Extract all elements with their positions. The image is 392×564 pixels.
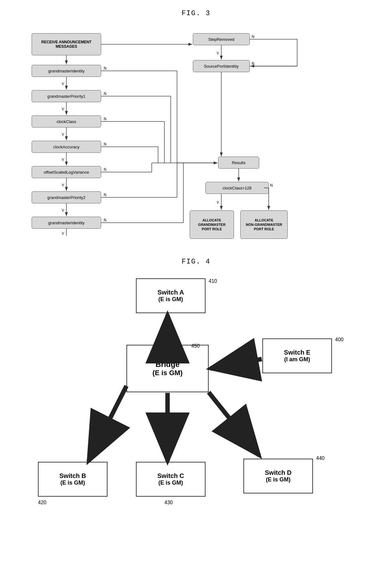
page: FIG. 3 RECEIVE ANNOUNCEMENTMESSAGES gran… xyxy=(0,0,392,563)
switch-e-label: Switch E xyxy=(284,349,310,356)
svg-text:N: N xyxy=(104,142,107,146)
switch-a-sub: (E is GM) xyxy=(158,296,183,303)
svg-text:Y: Y xyxy=(62,107,64,112)
svg-text:N: N xyxy=(104,91,107,96)
switch-e-sub: (I am GM) xyxy=(284,356,310,363)
allocate-grandmaster: ALLOCATEGRANDMASTERPORT ROLE xyxy=(190,210,234,239)
switch-d: Switch D (E is GM) xyxy=(243,459,313,493)
switch-d-label: Switch D xyxy=(265,469,291,476)
switch-c: Switch C (E is GM) xyxy=(136,462,205,497)
svg-text:Y: Y xyxy=(62,82,64,86)
switch-e: Switch E (I am GM) xyxy=(262,338,332,373)
clock-class-check: clockClass>128 xyxy=(205,182,269,194)
grandmaster-identity-1: grandmasterIdentity xyxy=(32,65,101,77)
bridge-num: 450 xyxy=(191,343,200,349)
source-port-identity: SourcePortIdentitiy xyxy=(193,60,250,72)
svg-text:N: N xyxy=(104,218,107,222)
svg-text:Y: Y xyxy=(62,208,64,213)
switch-e-num: 400 xyxy=(335,337,344,343)
bridge-sub: (E is GM) xyxy=(152,369,182,377)
svg-text:N: N xyxy=(252,61,254,66)
switch-a-num: 410 xyxy=(209,278,217,284)
grandmaster-priority-2: grandmasterPriority2 xyxy=(32,191,101,203)
switch-b-sub: (E is GM) xyxy=(60,480,85,486)
start-box: RECEIVE ANNOUNCEMENTMESSAGES xyxy=(32,33,101,55)
grandmaster-identity-2: grandmasterIdentity xyxy=(32,217,101,229)
svg-text:N: N xyxy=(104,117,107,121)
grandmaster-priority-1: grandmasterPriority1 xyxy=(32,90,101,102)
allocate-non-grandmaster: ALLOCATENON-GRANDMASTERPORT ROLE xyxy=(240,210,288,239)
svg-text:Y: Y xyxy=(62,232,64,236)
clock-accuracy-1: clockAccuracy xyxy=(32,141,101,153)
svg-text:Y: Y xyxy=(62,183,64,188)
fig4-container: Switch A (E is GM) 410 Switch E (I am GM… xyxy=(22,272,370,557)
fig4-title: FIG. 4 xyxy=(13,258,379,266)
offset-scaled-log-variance: offsetScaledLogVariance xyxy=(32,166,101,178)
fig3-title: FIG. 3 xyxy=(13,9,379,17)
svg-text:N: N xyxy=(270,183,273,188)
svg-line-62 xyxy=(209,392,259,456)
switch-c-sub: (E is GM) xyxy=(158,480,183,486)
svg-text:N: N xyxy=(252,34,254,39)
switch-c-num: 430 xyxy=(164,500,173,505)
switch-c-label: Switch C xyxy=(157,472,184,480)
bridge-label: Bridge xyxy=(156,360,180,369)
switch-a-label: Switch A xyxy=(157,289,184,296)
fig3-container: RECEIVE ANNOUNCEMENTMESSAGES grandmaster… xyxy=(22,24,370,245)
results-box: Results xyxy=(218,157,259,169)
switch-b: Switch B (E is GM) xyxy=(38,462,107,497)
switch-d-num: 440 xyxy=(316,456,325,461)
svg-text:Y: Y xyxy=(217,51,219,56)
svg-text:Y: Y xyxy=(62,133,64,137)
switch-a: Switch A (E is GM) xyxy=(136,278,205,313)
svg-text:Y: Y xyxy=(62,158,64,162)
fig4-arrows xyxy=(22,272,370,557)
svg-text:Y: Y xyxy=(217,201,219,205)
switch-b-num: 420 xyxy=(38,500,46,505)
bridge: Bridge (E is GM) xyxy=(126,345,209,392)
step-removed: StepRemoved xyxy=(193,33,250,45)
switch-b-label: Switch B xyxy=(59,472,86,480)
svg-text:N: N xyxy=(104,167,107,172)
clock-class-1: clockClass xyxy=(32,115,101,127)
svg-line-59 xyxy=(210,359,262,369)
svg-text:N: N xyxy=(104,193,107,197)
svg-line-61 xyxy=(89,386,126,461)
switch-d-sub: (E is GM) xyxy=(266,476,291,483)
svg-text:N: N xyxy=(104,66,107,71)
